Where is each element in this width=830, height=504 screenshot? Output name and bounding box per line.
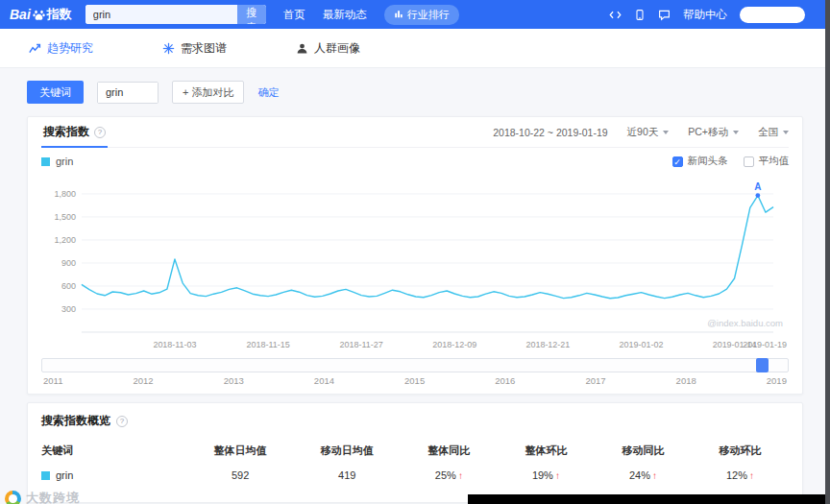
- overall-yoy-cell: 25%↑: [401, 469, 498, 481]
- average-checkbox[interactable]: 平均值: [744, 155, 790, 168]
- date-range-picker[interactable]: 2018-10-22 ~ 2019-01-19: [493, 127, 607, 138]
- region-dropdown-value: 全国: [758, 126, 778, 139]
- mobile-mom-value: 12%: [726, 469, 747, 481]
- timeline-selection-handle[interactable]: [756, 358, 769, 372]
- year-label[interactable]: 2017: [585, 375, 605, 386]
- baidu-index-page: Bai 指数 搜索 首页 最新动态 行业排行: [0, 0, 830, 504]
- tab-demand-graph-label: 需求图谱: [181, 40, 227, 57]
- svg-text:2019-01-19: 2019-01-19: [743, 340, 787, 349]
- question-icon[interactable]: ?: [116, 416, 128, 427]
- timeline-track[interactable]: [41, 358, 789, 372]
- trend-chart[interactable]: 3006009001,2001,5001,8002018-11-032018-1…: [41, 175, 789, 355]
- average-label: 平均值: [759, 155, 790, 168]
- active-tab-underline: [41, 146, 108, 148]
- chart-tab-row: 搜索指数 ? 2018-10-22 ~ 2019-01-19 近90天 PC+移…: [41, 117, 789, 148]
- site-watermark: 大数跨境: [5, 490, 80, 504]
- up-arrow-icon: ↑: [555, 470, 560, 481]
- svg-text:2019-01-02: 2019-01-02: [620, 340, 664, 349]
- year-label[interactable]: 2013: [224, 375, 244, 386]
- overall-mom-cell: 19%↑: [498, 469, 595, 481]
- chart-watermark: @index.baidu.com: [707, 318, 783, 328]
- secondary-nav: 趋势研究 需求图谱 人群画像: [0, 29, 830, 68]
- svg-text:1,200: 1,200: [54, 235, 75, 245]
- year-label[interactable]: 2018: [676, 375, 696, 386]
- header-search: 搜索: [85, 5, 266, 24]
- logo-text-left: Bai: [10, 7, 31, 22]
- tab-search-index[interactable]: 搜索指数 ?: [41, 117, 108, 147]
- overall-daily-avg-value: 592: [187, 469, 294, 481]
- add-compare-button[interactable]: + 添加对比: [172, 81, 244, 104]
- col-mobile-daily-avg: 移动日均值: [294, 444, 401, 458]
- checkbox-checked-icon: ✓: [672, 156, 683, 167]
- nav-home[interactable]: 首页: [283, 8, 305, 22]
- legend-row: grin ✓ 新闻头条 平均值: [41, 148, 789, 175]
- trend-chart-icon: [29, 42, 41, 55]
- checkbox-unchecked-icon: [744, 156, 754, 167]
- year-label[interactable]: 2019: [767, 375, 787, 386]
- series-legend: grin: [41, 156, 73, 167]
- nav-industry-ranking[interactable]: 行业排行: [384, 5, 459, 25]
- top-header: Bai 指数 搜索 首页 最新动态 行业排行: [0, 0, 830, 29]
- series-legend-label: grin: [56, 156, 73, 167]
- mobile-icon[interactable]: [634, 9, 646, 21]
- overview-title: 搜索指数概览: [41, 413, 110, 429]
- svg-text:1,800: 1,800: [54, 189, 75, 199]
- tab-audience-portrait[interactable]: 人群画像: [296, 40, 360, 57]
- tab-trend-research[interactable]: 趋势研究: [29, 40, 93, 57]
- year-label[interactable]: 2016: [495, 375, 515, 386]
- overall-mom-value: 19%: [532, 469, 553, 481]
- tab-search-index-label: 搜索指数: [43, 124, 89, 140]
- year-label[interactable]: 2012: [133, 375, 153, 386]
- device-dropdown[interactable]: PC+移动: [688, 126, 739, 139]
- region-dropdown[interactable]: 全国: [758, 126, 789, 139]
- keyword-input[interactable]: [98, 83, 158, 103]
- logo-text-right: 指数: [47, 6, 72, 23]
- keyword-bar: 关键词 + 添加对比 确定: [27, 80, 803, 105]
- timeline-navigator: 2011 2012 2013 2014 2015 2016 2017 2018 …: [41, 358, 789, 386]
- user-account-blurred[interactable]: [740, 7, 805, 23]
- col-overall-yoy: 整体同比: [401, 444, 498, 458]
- device-dropdown-value: PC+移动: [688, 126, 728, 139]
- scrollbar[interactable]: [825, 0, 830, 504]
- date-range-value: 2018-10-22 ~ 2019-01-19: [493, 127, 607, 138]
- keyword-label-button[interactable]: 关键词: [27, 81, 84, 104]
- search-index-card: 搜索指数 ? 2018-10-22 ~ 2019-01-19 近90天 PC+移…: [27, 116, 803, 395]
- nav-latest-news[interactable]: 最新动态: [323, 8, 367, 22]
- search-input[interactable]: [85, 5, 237, 24]
- svg-text:600: 600: [61, 281, 76, 291]
- svg-text:300: 300: [61, 304, 76, 314]
- question-icon[interactable]: ?: [94, 127, 106, 138]
- year-label[interactable]: 2015: [404, 375, 425, 386]
- caret-down-icon: [733, 131, 739, 134]
- news-headlines-checkbox[interactable]: ✓ 新闻头条: [672, 155, 728, 168]
- col-overall-mom: 整体环比: [498, 444, 595, 458]
- keyword-cell: grin: [41, 469, 187, 481]
- demand-graph-icon: [162, 42, 175, 55]
- trend-line-chart[interactable]: 3006009001,2001,5001,8002018-11-032018-1…: [41, 175, 789, 355]
- watermark-logo-icon: [5, 491, 21, 504]
- baidu-index-logo[interactable]: Bai 指数: [10, 6, 72, 23]
- mobile-daily-avg-value: 419: [294, 469, 401, 481]
- search-button[interactable]: 搜索: [237, 5, 266, 24]
- confirm-button[interactable]: 确定: [257, 85, 279, 100]
- overview-table-header: 关键词 整体日均值 移动日均值 整体同比 整体环比 移动同比 移动环比: [41, 439, 789, 462]
- chart-toggles: ✓ 新闻头条 平均值: [672, 155, 790, 168]
- help-center-link[interactable]: 帮助中心: [683, 8, 727, 22]
- tab-demand-graph[interactable]: 需求图谱: [162, 40, 227, 57]
- svg-text:2018-11-15: 2018-11-15: [247, 340, 290, 349]
- year-label[interactable]: 2014: [314, 375, 334, 386]
- series-color-swatch: [41, 471, 50, 480]
- top-nav: 首页 最新动态 行业排行: [283, 5, 459, 25]
- range-dropdown[interactable]: 近90天: [627, 126, 670, 139]
- baidu-paw-icon: [33, 9, 45, 21]
- ranking-icon: [394, 10, 403, 19]
- col-overall-daily-avg: 整体日均值: [187, 444, 294, 458]
- message-icon[interactable]: [658, 9, 671, 21]
- caret-down-icon: [663, 131, 669, 134]
- bottom-black-bar: [468, 494, 830, 504]
- overview-table: 关键词 整体日均值 移动日均值 整体同比 整体环比 移动同比 移动环比 grin…: [41, 439, 789, 489]
- svg-text:2018-11-03: 2018-11-03: [153, 340, 196, 349]
- svg-text:2018-12-09: 2018-12-09: [432, 340, 476, 349]
- code-icon[interactable]: [609, 9, 622, 21]
- year-label[interactable]: 2011: [43, 375, 62, 386]
